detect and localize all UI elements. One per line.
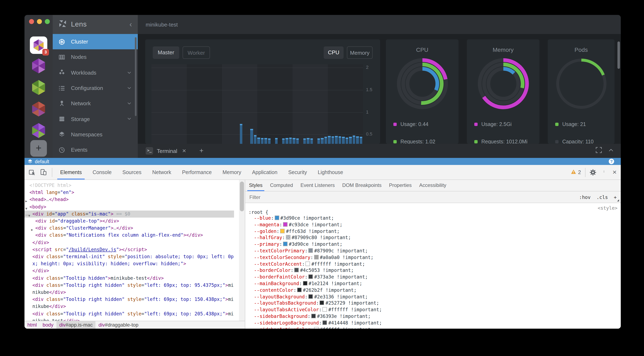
node-tab-master[interactable]: Master [153, 46, 179, 59]
css-property[interactable]: --sidebarLogoBackground:#414448 !importa… [248, 320, 618, 327]
css-property[interactable]: --textColorPrimary:#87909c !important; [248, 248, 618, 254]
cluster-icon[interactable] [31, 58, 46, 75]
inspect-element-icon[interactable] [29, 169, 36, 176]
styles-tab-dom-breakpoints[interactable]: DOM Breakpoints [338, 180, 385, 191]
cluster-icon[interactable] [31, 80, 46, 97]
color-swatch[interactable] [308, 248, 313, 253]
devtools-tab-security[interactable]: Security [283, 165, 312, 179]
elements-scrollbar-thumb[interactable] [240, 181, 244, 211]
styles-tab-styles[interactable]: Styles [245, 180, 266, 191]
dom-tree-node[interactable]: …▼<div id="app" class="is-mac"> == $0 [24, 210, 234, 218]
console-warnings-badge[interactable]: 2 [570, 169, 581, 176]
color-swatch[interactable] [294, 268, 299, 272]
styles-tab-properties[interactable]: Properties [385, 180, 415, 191]
dom-tree-node[interactable]: <div class="Tooltip right hidden" style=… [24, 282, 234, 296]
terminal-tab[interactable]: Terminal [157, 148, 177, 154]
devtools-tab-memory[interactable]: Memory [217, 165, 247, 179]
breadcrumb-item[interactable]: html [24, 321, 40, 329]
css-property[interactable]: --textColorSecondary:#a0a0a0 !important; [248, 254, 618, 261]
class-toggle[interactable]: .cls [596, 194, 608, 200]
css-property[interactable]: --sidebarActiveColor:#ffffff !important; [248, 326, 618, 329]
color-swatch[interactable] [297, 288, 302, 292]
new-style-rule-button[interactable]: + [614, 194, 616, 200]
dom-tree-node[interactable]: <div id="draggable-top"></div> [24, 218, 234, 225]
color-swatch[interactable] [308, 294, 313, 299]
css-property[interactable]: --sidebarBackground:#36393e !important; [248, 313, 618, 320]
terminal-close-icon[interactable]: × [182, 147, 186, 155]
dom-tree-node[interactable]: ▼<body> [24, 203, 234, 210]
dom-tree-node[interactable]: <html lang="en"> [24, 189, 234, 196]
devtools-tab-network[interactable]: Network [147, 165, 177, 179]
dom-tree-node[interactable]: ▶<head>…</head> [24, 196, 234, 203]
metric-tab-memory[interactable]: Memory [347, 46, 372, 59]
node-tab-worker[interactable]: Worker [182, 46, 210, 59]
sidebar-collapse-icon[interactable]: ‹ [130, 20, 132, 29]
sidebar-item-storage[interactable]: Storage [53, 111, 138, 127]
color-swatch[interactable] [320, 301, 324, 305]
dom-tree-node[interactable]: </div> [24, 239, 234, 246]
dom-tree-node[interactable]: </div> [24, 268, 234, 275]
css-property[interactable]: --mainBackground:#1e2124 !important; [248, 281, 618, 287]
metric-tab-cpu[interactable]: CPU [324, 46, 344, 59]
sidebar-item-nodes[interactable]: Nodes [53, 49, 138, 65]
css-property[interactable]: --layoutBackground:#2e3136 !important; [248, 294, 618, 300]
sidebar-item-workloads[interactable]: Workloads [53, 65, 138, 80]
dom-tree-node[interactable]: <div class="Notifications flex column al… [24, 232, 234, 239]
css-property[interactable]: --magenta:#c93dce !important; [248, 222, 618, 228]
breadcrumb-item[interactable]: body [40, 321, 56, 329]
style-source-link[interactable]: <style> [598, 205, 618, 211]
dom-tree-node[interactable]: <div class="terminal-init" style="positi… [24, 253, 234, 268]
css-property[interactable]: --halfGray:#87909c80 !important; [248, 235, 618, 241]
cluster-icon-active[interactable]: 3 [30, 36, 47, 54]
minimize-window-button[interactable] [37, 19, 42, 24]
sidebar-item-configuration[interactable]: Configuration [53, 80, 138, 96]
dom-tree-node[interactable]: <!DOCTYPE html> [24, 182, 234, 189]
css-property[interactable]: --layoutTabsActiveColor:#ffffff !importa… [248, 307, 618, 313]
settings-gear-icon[interactable] [590, 169, 596, 176]
device-toolbar-icon[interactable] [40, 169, 47, 176]
styles-tab-computed[interactable]: Computed [266, 180, 297, 191]
pseudo-state-toggle[interactable]: :hov [579, 194, 590, 200]
color-swatch[interactable] [286, 235, 290, 240]
styles-tab-accessibility[interactable]: Accessibility [415, 180, 450, 191]
dom-tree-node[interactable]: <script src="/build/LensDev.js"></script… [24, 246, 234, 253]
color-swatch[interactable] [303, 281, 307, 286]
color-swatch[interactable] [322, 320, 327, 325]
css-property[interactable]: --layoutTabsBackground:#252729 !importan… [248, 300, 618, 307]
sidebar-item-network[interactable]: Network [53, 96, 138, 111]
zoom-window-button[interactable] [45, 19, 50, 24]
devtools-tab-application[interactable]: Application [247, 165, 283, 179]
dock-expand-icon[interactable] [608, 147, 614, 155]
devtools-tab-lighthouse[interactable]: Lighthouse [312, 165, 348, 179]
css-property[interactable]: --blue:#3d90ce !important; [248, 215, 618, 222]
color-swatch[interactable] [322, 307, 327, 312]
devtools-tab-sources[interactable]: Sources [117, 165, 147, 179]
dom-tree-node[interactable]: <div class="Tooltip right hidden" style=… [24, 296, 234, 310]
color-swatch[interactable] [274, 215, 279, 220]
css-property[interactable]: --primary:#3d90ce !important; [248, 241, 618, 248]
namespace-label[interactable]: default [35, 159, 49, 164]
styles-filter-input[interactable] [248, 194, 579, 200]
more-options-icon[interactable] [603, 168, 605, 176]
css-property[interactable]: --borderFaintColor:#373a3e !important; [248, 274, 618, 281]
add-cluster-button[interactable]: + [30, 140, 47, 157]
dom-tree-node[interactable]: <div class="Tooltip hidden">minikube-tes… [24, 275, 234, 282]
devtools-tab-performance[interactable]: Performance [176, 165, 217, 179]
styles-tab-event-listeners[interactable]: Event Listeners [297, 180, 338, 191]
css-property[interactable]: --contentColor:#262b2f !important; [248, 287, 618, 294]
breadcrumb-item[interactable]: div#app.is-mac [56, 321, 96, 329]
css-property[interactable]: --golden:#ffc63d !important; [248, 228, 618, 235]
color-swatch[interactable] [283, 242, 288, 246]
dock-fullscreen-icon[interactable] [596, 147, 602, 155]
devtools-close-icon[interactable]: × [612, 168, 616, 176]
content-scrollbar[interactable] [618, 41, 620, 69]
color-swatch[interactable] [308, 274, 313, 279]
close-window-button[interactable] [29, 19, 34, 24]
color-swatch[interactable] [314, 255, 319, 259]
color-swatch[interactable] [314, 327, 319, 329]
color-swatch[interactable] [306, 261, 310, 266]
help-button[interactable]: ? [609, 159, 614, 164]
css-property[interactable]: --textColorAccent:#ffffff !important; [248, 261, 618, 268]
sidebar-item-cluster[interactable]: Cluster [53, 34, 138, 49]
dom-tree-node[interactable]: ▶<div class="ClusterManager">…</div> [24, 225, 234, 232]
